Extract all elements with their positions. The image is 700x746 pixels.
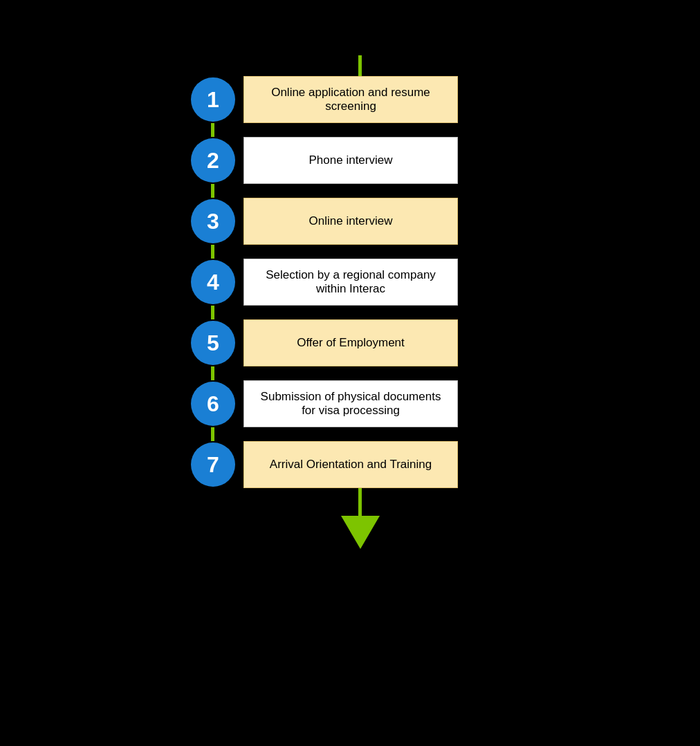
arrow-shaft xyxy=(358,488,362,516)
step-row-4: 4Selection by a regional company within … xyxy=(191,259,509,306)
step-box-7: Arrival Orientation and Training xyxy=(243,441,458,488)
step-number-1: 1 xyxy=(207,87,219,113)
steps-container: 1Online application and resume screening… xyxy=(191,76,509,488)
step-circle-7: 7 xyxy=(191,442,235,487)
step-box-5: Offer of Employment xyxy=(243,319,458,366)
step-circle-4: 4 xyxy=(191,260,235,304)
step-circle-2: 2 xyxy=(191,138,235,183)
step-row-1: 1Online application and resume screening xyxy=(191,76,509,123)
step-number-3: 3 xyxy=(207,209,219,234)
step-row-3: 3Online interview xyxy=(191,198,509,245)
step-box-6: Submission of physical documents for vis… xyxy=(243,380,458,427)
connector-5 xyxy=(211,366,214,380)
step-number-5: 5 xyxy=(207,330,219,356)
step-row-6: 6Submission of physical documents for vi… xyxy=(191,380,509,427)
connector-1 xyxy=(211,123,214,137)
flowchart: 1Online application and resume screening… xyxy=(191,55,509,549)
step-box-2: Phone interview xyxy=(243,137,458,184)
connector-4 xyxy=(211,306,214,319)
connector-3 xyxy=(211,245,214,259)
step-circle-5: 5 xyxy=(191,321,235,365)
step-circle-6: 6 xyxy=(191,382,235,426)
step-circle-1: 1 xyxy=(191,77,235,122)
step-number-7: 7 xyxy=(207,452,219,478)
top-connector xyxy=(358,55,362,76)
step-circle-3: 3 xyxy=(191,199,235,243)
step-row-7: 7Arrival Orientation and Training xyxy=(191,441,509,488)
step-box-3: Online interview xyxy=(243,198,458,245)
arrow-head xyxy=(341,516,380,549)
step-number-6: 6 xyxy=(207,391,219,417)
step-row-5: 5Offer of Employment xyxy=(191,319,509,366)
step-box-4: Selection by a regional company within I… xyxy=(243,259,458,306)
connector-6 xyxy=(211,427,214,441)
step-number-4: 4 xyxy=(207,270,219,295)
step-box-1: Online application and resume screening xyxy=(243,76,458,123)
step-row-2: 2Phone interview xyxy=(191,137,509,184)
arrow-down xyxy=(341,488,380,549)
step-number-2: 2 xyxy=(207,148,219,174)
connector-2 xyxy=(211,184,214,198)
